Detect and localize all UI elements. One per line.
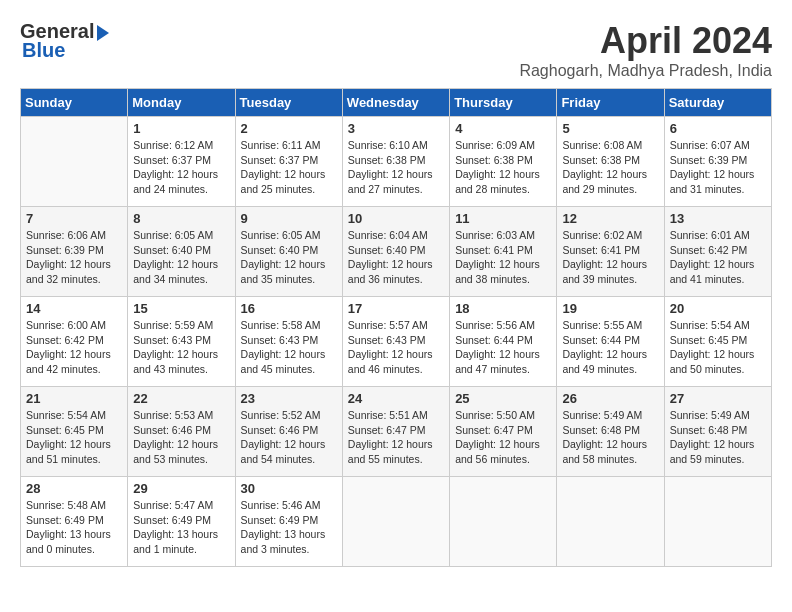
table-row: 24Sunrise: 5:51 AM Sunset: 6:47 PM Dayli… (342, 387, 449, 477)
table-row (450, 477, 557, 567)
cell-day-number: 13 (670, 211, 766, 226)
cell-day-number: 17 (348, 301, 444, 316)
cell-info-text: Sunrise: 6:07 AM Sunset: 6:39 PM Dayligh… (670, 138, 766, 197)
header-row: Sunday Monday Tuesday Wednesday Thursday… (21, 89, 772, 117)
cell-day-number: 16 (241, 301, 337, 316)
cell-day-number: 15 (133, 301, 229, 316)
month-title: April 2024 (519, 20, 772, 62)
cell-day-number: 22 (133, 391, 229, 406)
cell-info-text: Sunrise: 5:58 AM Sunset: 6:43 PM Dayligh… (241, 318, 337, 377)
col-saturday: Saturday (664, 89, 771, 117)
col-monday: Monday (128, 89, 235, 117)
table-row: 7Sunrise: 6:06 AM Sunset: 6:39 PM Daylig… (21, 207, 128, 297)
logo-blue-text: Blue (20, 39, 65, 62)
col-tuesday: Tuesday (235, 89, 342, 117)
table-row: 28Sunrise: 5:48 AM Sunset: 6:49 PM Dayli… (21, 477, 128, 567)
logo: General Blue (20, 20, 109, 62)
location-title: Raghogarh, Madhya Pradesh, India (519, 62, 772, 80)
cell-info-text: Sunrise: 6:05 AM Sunset: 6:40 PM Dayligh… (133, 228, 229, 287)
table-row: 16Sunrise: 5:58 AM Sunset: 6:43 PM Dayli… (235, 297, 342, 387)
logo-arrow-icon (97, 25, 109, 41)
cell-day-number: 6 (670, 121, 766, 136)
cell-day-number: 11 (455, 211, 551, 226)
col-sunday: Sunday (21, 89, 128, 117)
cell-info-text: Sunrise: 6:00 AM Sunset: 6:42 PM Dayligh… (26, 318, 122, 377)
cell-info-text: Sunrise: 5:54 AM Sunset: 6:45 PM Dayligh… (26, 408, 122, 467)
cell-day-number: 18 (455, 301, 551, 316)
cell-day-number: 5 (562, 121, 658, 136)
col-friday: Friday (557, 89, 664, 117)
cell-day-number: 3 (348, 121, 444, 136)
table-row: 11Sunrise: 6:03 AM Sunset: 6:41 PM Dayli… (450, 207, 557, 297)
cell-info-text: Sunrise: 6:12 AM Sunset: 6:37 PM Dayligh… (133, 138, 229, 197)
cell-day-number: 12 (562, 211, 658, 226)
col-thursday: Thursday (450, 89, 557, 117)
page-container: General Blue April 2024 Raghogarh, Madhy… (20, 20, 772, 567)
table-row: 18Sunrise: 5:56 AM Sunset: 6:44 PM Dayli… (450, 297, 557, 387)
table-row: 30Sunrise: 5:46 AM Sunset: 6:49 PM Dayli… (235, 477, 342, 567)
cell-day-number: 9 (241, 211, 337, 226)
cell-day-number: 28 (26, 481, 122, 496)
cell-day-number: 21 (26, 391, 122, 406)
table-row: 25Sunrise: 5:50 AM Sunset: 6:47 PM Dayli… (450, 387, 557, 477)
cell-info-text: Sunrise: 6:06 AM Sunset: 6:39 PM Dayligh… (26, 228, 122, 287)
cell-info-text: Sunrise: 6:05 AM Sunset: 6:40 PM Dayligh… (241, 228, 337, 287)
table-row: 4Sunrise: 6:09 AM Sunset: 6:38 PM Daylig… (450, 117, 557, 207)
week-row-5: 28Sunrise: 5:48 AM Sunset: 6:49 PM Dayli… (21, 477, 772, 567)
table-row: 20Sunrise: 5:54 AM Sunset: 6:45 PM Dayli… (664, 297, 771, 387)
cell-info-text: Sunrise: 6:08 AM Sunset: 6:38 PM Dayligh… (562, 138, 658, 197)
table-row: 3Sunrise: 6:10 AM Sunset: 6:38 PM Daylig… (342, 117, 449, 207)
cell-day-number: 1 (133, 121, 229, 136)
table-row (557, 477, 664, 567)
table-row: 9Sunrise: 6:05 AM Sunset: 6:40 PM Daylig… (235, 207, 342, 297)
cell-day-number: 27 (670, 391, 766, 406)
cell-day-number: 10 (348, 211, 444, 226)
cell-info-text: Sunrise: 5:51 AM Sunset: 6:47 PM Dayligh… (348, 408, 444, 467)
table-row (342, 477, 449, 567)
table-row: 8Sunrise: 6:05 AM Sunset: 6:40 PM Daylig… (128, 207, 235, 297)
cell-day-number: 25 (455, 391, 551, 406)
cell-info-text: Sunrise: 5:57 AM Sunset: 6:43 PM Dayligh… (348, 318, 444, 377)
cell-info-text: Sunrise: 6:01 AM Sunset: 6:42 PM Dayligh… (670, 228, 766, 287)
cell-day-number: 2 (241, 121, 337, 136)
cell-day-number: 8 (133, 211, 229, 226)
cell-info-text: Sunrise: 6:03 AM Sunset: 6:41 PM Dayligh… (455, 228, 551, 287)
cell-day-number: 4 (455, 121, 551, 136)
cell-info-text: Sunrise: 5:47 AM Sunset: 6:49 PM Dayligh… (133, 498, 229, 557)
title-section: April 2024 Raghogarh, Madhya Pradesh, In… (519, 20, 772, 80)
week-row-1: 1Sunrise: 6:12 AM Sunset: 6:37 PM Daylig… (21, 117, 772, 207)
cell-day-number: 30 (241, 481, 337, 496)
table-row (21, 117, 128, 207)
cell-day-number: 26 (562, 391, 658, 406)
week-row-2: 7Sunrise: 6:06 AM Sunset: 6:39 PM Daylig… (21, 207, 772, 297)
cell-day-number: 24 (348, 391, 444, 406)
table-row: 19Sunrise: 5:55 AM Sunset: 6:44 PM Dayli… (557, 297, 664, 387)
cell-info-text: Sunrise: 5:53 AM Sunset: 6:46 PM Dayligh… (133, 408, 229, 467)
table-row: 22Sunrise: 5:53 AM Sunset: 6:46 PM Dayli… (128, 387, 235, 477)
cell-info-text: Sunrise: 5:55 AM Sunset: 6:44 PM Dayligh… (562, 318, 658, 377)
table-row: 6Sunrise: 6:07 AM Sunset: 6:39 PM Daylig… (664, 117, 771, 207)
cell-day-number: 14 (26, 301, 122, 316)
table-row: 29Sunrise: 5:47 AM Sunset: 6:49 PM Dayli… (128, 477, 235, 567)
table-row: 12Sunrise: 6:02 AM Sunset: 6:41 PM Dayli… (557, 207, 664, 297)
cell-info-text: Sunrise: 6:04 AM Sunset: 6:40 PM Dayligh… (348, 228, 444, 287)
cell-info-text: Sunrise: 5:54 AM Sunset: 6:45 PM Dayligh… (670, 318, 766, 377)
table-row: 14Sunrise: 6:00 AM Sunset: 6:42 PM Dayli… (21, 297, 128, 387)
table-row: 10Sunrise: 6:04 AM Sunset: 6:40 PM Dayli… (342, 207, 449, 297)
cell-info-text: Sunrise: 5:59 AM Sunset: 6:43 PM Dayligh… (133, 318, 229, 377)
cell-day-number: 20 (670, 301, 766, 316)
cell-day-number: 7 (26, 211, 122, 226)
table-row: 2Sunrise: 6:11 AM Sunset: 6:37 PM Daylig… (235, 117, 342, 207)
col-wednesday: Wednesday (342, 89, 449, 117)
table-row: 15Sunrise: 5:59 AM Sunset: 6:43 PM Dayli… (128, 297, 235, 387)
cell-day-number: 23 (241, 391, 337, 406)
cell-info-text: Sunrise: 5:56 AM Sunset: 6:44 PM Dayligh… (455, 318, 551, 377)
header: General Blue April 2024 Raghogarh, Madhy… (20, 20, 772, 80)
cell-info-text: Sunrise: 6:10 AM Sunset: 6:38 PM Dayligh… (348, 138, 444, 197)
table-row: 21Sunrise: 5:54 AM Sunset: 6:45 PM Dayli… (21, 387, 128, 477)
calendar-table: Sunday Monday Tuesday Wednesday Thursday… (20, 88, 772, 567)
table-row (664, 477, 771, 567)
cell-info-text: Sunrise: 5:49 AM Sunset: 6:48 PM Dayligh… (670, 408, 766, 467)
table-row: 26Sunrise: 5:49 AM Sunset: 6:48 PM Dayli… (557, 387, 664, 477)
cell-info-text: Sunrise: 5:46 AM Sunset: 6:49 PM Dayligh… (241, 498, 337, 557)
